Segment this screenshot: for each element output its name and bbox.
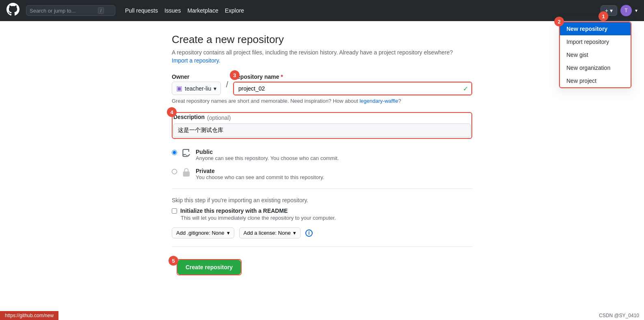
navbar: / Pull requests Issues Marketplace Explo… bbox=[0, 0, 644, 21]
private-option: Private You choose who can see and commi… bbox=[172, 168, 472, 180]
check-icon: ✓ bbox=[463, 85, 468, 93]
owner-icon: ▣ bbox=[176, 84, 182, 92]
owner-select[interactable]: ▣ teacher-liu ▾ bbox=[172, 82, 221, 95]
owner-label: Owner bbox=[172, 74, 221, 80]
private-desc: You choose who can see and commit to thi… bbox=[196, 174, 324, 180]
step-badge-2: 2 bbox=[554, 17, 564, 26]
public-icon bbox=[182, 149, 191, 160]
gitignore-chevron-icon: ▾ bbox=[227, 230, 230, 236]
public-label: Public bbox=[196, 149, 339, 155]
repo-name-input[interactable] bbox=[234, 82, 471, 95]
search-bar[interactable]: / bbox=[26, 5, 115, 16]
navbar-actions: 1 + ▾ T ▾ bbox=[601, 5, 638, 16]
license-select[interactable]: Add a license: None ▾ bbox=[239, 227, 300, 238]
nav-pull-requests[interactable]: Pull requests bbox=[125, 7, 158, 14]
private-label: Private bbox=[196, 168, 324, 174]
owner-value: teacher-liu bbox=[185, 85, 211, 92]
suggestion-link[interactable]: legendary-waffle bbox=[359, 98, 398, 104]
dropdown-new-organization[interactable]: New organization bbox=[560, 61, 631, 74]
nav-marketplace[interactable]: Marketplace bbox=[187, 7, 218, 14]
navbar-links: Pull requests Issues Marketplace Explore bbox=[125, 7, 244, 14]
private-radio[interactable] bbox=[172, 169, 177, 174]
description-optional: (optional) bbox=[207, 115, 231, 121]
skip-text: Skip this step if you're importing an ex… bbox=[172, 197, 472, 203]
create-repository-button[interactable]: Create repository bbox=[177, 260, 241, 275]
dropdown-new-repository[interactable]: New repository bbox=[560, 22, 631, 35]
gitignore-select[interactable]: Add .gitignore: None ▾ bbox=[172, 227, 234, 238]
step-badge-4: 4 bbox=[167, 107, 177, 117]
license-label: Add a license: None bbox=[244, 230, 291, 236]
init-section: Skip this step if you're importing an ex… bbox=[172, 197, 472, 221]
dropdown-new-project[interactable]: New project bbox=[560, 74, 631, 87]
required-indicator: * bbox=[281, 74, 283, 80]
public-desc: Anyone can see this repository. You choo… bbox=[196, 155, 339, 161]
visibility-section: Public Anyone can see this repository. Y… bbox=[172, 149, 472, 180]
info-icon[interactable]: i bbox=[305, 229, 313, 237]
step-badge-3: 3 bbox=[230, 70, 240, 80]
main-content: Create a new repository A repository con… bbox=[164, 21, 480, 300]
readme-label: Initialize this repository with a README bbox=[180, 208, 287, 214]
dropdowns-row: Add .gitignore: None ▾ Add a license: No… bbox=[172, 227, 472, 238]
page-subtitle: A repository contains all project files,… bbox=[172, 49, 472, 56]
import-link[interactable]: Import a repository. bbox=[172, 57, 220, 64]
github-logo-icon[interactable] bbox=[6, 3, 19, 18]
kbd-shortcut: / bbox=[98, 7, 104, 14]
step-badge-1: 1 bbox=[599, 11, 608, 21]
nav-explore[interactable]: Explore bbox=[225, 7, 244, 14]
step-badge-5: 5 bbox=[169, 256, 178, 266]
page-title: Create a new repository bbox=[172, 33, 472, 46]
owner-field: Owner ▣ teacher-liu ▾ bbox=[172, 74, 221, 95]
description-section: 4 Description (optional) bbox=[172, 112, 472, 139]
chevron-down-icon: ▾ bbox=[610, 7, 613, 14]
create-section: 5 Create repository bbox=[172, 259, 472, 275]
owner-repo-section: Owner ▣ teacher-liu ▾ / 3 Repository nam… bbox=[172, 74, 472, 104]
repo-name-label: Repository name * bbox=[233, 74, 472, 80]
readme-checkbox[interactable] bbox=[172, 208, 177, 214]
search-input[interactable] bbox=[30, 8, 95, 14]
divider-1 bbox=[172, 188, 472, 189]
description-input[interactable] bbox=[173, 123, 471, 137]
avatar[interactable]: T bbox=[620, 5, 632, 16]
readme-checkbox-row: Initialize this repository with a README bbox=[172, 208, 472, 214]
repo-name-field: 3 Repository name * ✓ bbox=[233, 74, 472, 95]
avatar-chevron[interactable]: ▾ bbox=[635, 8, 638, 13]
nav-issues[interactable]: Issues bbox=[164, 7, 181, 14]
dropdown-menu: 2 New repository Import repository New g… bbox=[559, 21, 632, 89]
suggestion-text: Great repository names are short and mem… bbox=[172, 98, 472, 104]
gitignore-label: Add .gitignore: None bbox=[176, 230, 225, 236]
description-label: Description bbox=[173, 114, 205, 120]
owner-chevron-icon: ▾ bbox=[214, 85, 216, 92]
readme-desc: This will let you immediately clone the … bbox=[181, 215, 472, 221]
license-chevron-icon: ▾ bbox=[293, 230, 296, 236]
slash-separator: / bbox=[224, 80, 230, 89]
divider-2 bbox=[172, 246, 472, 247]
public-radio[interactable] bbox=[172, 150, 177, 155]
dropdown-new-gist[interactable]: New gist bbox=[560, 48, 631, 61]
public-option: Public Anyone can see this repository. Y… bbox=[172, 149, 472, 161]
lock-icon bbox=[182, 168, 191, 179]
dropdown-import-repository[interactable]: Import repository bbox=[560, 35, 631, 48]
